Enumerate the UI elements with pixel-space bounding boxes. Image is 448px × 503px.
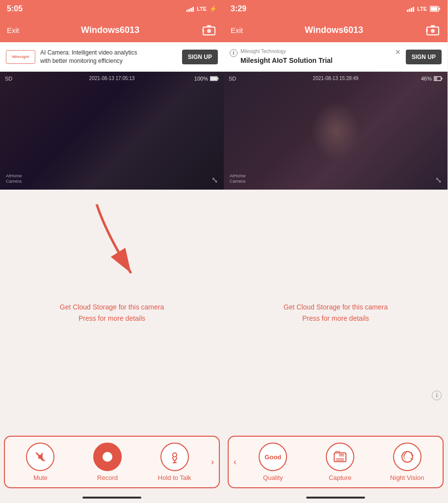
info-badge-icon[interactable]: ℹ xyxy=(432,391,442,400)
capture-button[interactable]: Capture xyxy=(308,443,373,481)
right-camera-logo: AtHome Camera xyxy=(230,173,246,185)
right-signal-icon xyxy=(407,6,414,12)
svg-rect-24 xyxy=(336,451,340,453)
toolbar-arrow-right[interactable]: › xyxy=(209,457,216,467)
right-main-content: Get Cloud Storage for this camera Press … xyxy=(224,190,448,436)
svg-rect-21 xyxy=(434,77,437,80)
right-lte-label: LTE xyxy=(417,6,427,12)
capture-label: Capture xyxy=(329,474,351,481)
left-bottom-toolbar: Mute Record Hold to Talk xyxy=(4,436,220,488)
left-home-bar xyxy=(0,492,224,503)
right-camera-timestamp: 2021-08-13 15:28:49 xyxy=(313,76,359,81)
svg-point-9 xyxy=(103,452,112,462)
left-camera-timestamp: 2021-08-13 17:05:13 xyxy=(89,76,135,81)
left-camera-feed: SD 2021-08-13 17:05:13 100% AtHome Camer… xyxy=(0,72,224,190)
left-ad-logo: Milesight xyxy=(6,50,35,64)
left-time: 5:05 xyxy=(7,4,23,13)
svg-rect-6 xyxy=(217,78,219,80)
svg-line-8 xyxy=(36,453,44,461)
left-ad-text: AI Camera: Intelligent video analytics w… xyxy=(40,49,177,65)
left-top-nav: Exit Windows6013 xyxy=(0,18,224,42)
right-expand-icon[interactable]: ⤡ xyxy=(435,175,442,185)
left-battery-icon: ⚡ xyxy=(210,5,217,12)
left-camera-logo: AtHome Camera xyxy=(6,173,22,185)
right-nav-camera-icon[interactable] xyxy=(425,22,441,38)
hold-to-talk-button[interactable]: Hold to Talk xyxy=(142,443,207,481)
left-signal-icon xyxy=(186,6,194,12)
hold-to-talk-label: Hold to Talk xyxy=(158,474,191,481)
svg-rect-18 xyxy=(431,25,435,27)
left-lte-label: LTE xyxy=(197,6,207,12)
svg-point-10 xyxy=(173,453,177,457)
quality-button[interactable]: Good Quality xyxy=(240,443,306,481)
left-exit-button[interactable]: Exit xyxy=(7,26,19,34)
left-status-icons: LTE ⚡ xyxy=(186,5,217,12)
record-button-circle[interactable] xyxy=(93,443,122,471)
right-home-bar-line xyxy=(306,497,365,499)
right-status-bar: 3:29 LTE xyxy=(224,0,448,18)
left-phone-panel: 5:05 LTE ⚡ Exit Windows6013 M xyxy=(0,0,224,503)
right-camera-battery: 46% xyxy=(421,76,443,82)
left-signup-button[interactable]: SIGN UP xyxy=(182,50,218,64)
right-ad-text: Milesight Technology Milesight AIoT Solu… xyxy=(240,48,390,66)
right-status-icons: LTE xyxy=(407,6,441,12)
left-main-content: Get Cloud Storage for this camera Press … xyxy=(0,190,224,436)
right-sd-label: SD xyxy=(229,76,236,82)
hold-to-talk-button-circle[interactable] xyxy=(160,443,189,471)
right-phone-panel: 3:29 LTE Exit Windows6013 xyxy=(224,0,448,503)
left-camera-battery: 100% xyxy=(194,76,219,82)
svg-rect-19 xyxy=(426,29,428,32)
left-expand-icon[interactable]: ⤡ xyxy=(211,175,218,185)
right-time: 3:29 xyxy=(231,4,246,13)
right-home-bar xyxy=(224,492,448,503)
quality-label: Quality xyxy=(263,474,283,481)
right-nav-title: Windows6013 xyxy=(305,25,363,35)
night-vision-button[interactable]: Night Vision xyxy=(374,443,440,481)
right-top-nav: Exit Windows6013 xyxy=(224,18,448,42)
left-nav-title: Windows6013 xyxy=(81,25,139,35)
right-battery-icon xyxy=(430,6,441,12)
right-ad-info-icon: ℹ xyxy=(230,49,237,57)
left-sd-label: SD xyxy=(5,76,12,82)
red-arrow-icon xyxy=(67,195,165,293)
night-vision-label: Night Vision xyxy=(390,474,424,481)
right-signup-button[interactable]: SIGN UP xyxy=(406,50,442,64)
right-bottom-toolbar: ‹ Good Quality Capture xyxy=(228,436,444,488)
svg-rect-3 xyxy=(202,29,204,32)
capture-button-circle[interactable] xyxy=(326,443,354,471)
toolbar-arrow-left[interactable]: ‹ xyxy=(232,457,238,467)
right-exit-button[interactable]: Exit xyxy=(231,26,243,34)
left-nav-camera-icon[interactable] xyxy=(201,22,217,38)
left-home-bar-line xyxy=(82,497,141,499)
svg-rect-5 xyxy=(211,77,217,80)
svg-rect-22 xyxy=(441,78,443,80)
mute-button[interactable]: Mute xyxy=(8,443,73,481)
record-label: Record xyxy=(97,474,118,481)
right-ad-close-button[interactable]: ✕ xyxy=(395,48,401,56)
night-vision-button-circle[interactable] xyxy=(393,443,422,471)
svg-point-1 xyxy=(207,29,211,33)
svg-rect-2 xyxy=(207,25,211,27)
right-ad-banner[interactable]: ℹ Milesight Technology Milesight AIoT So… xyxy=(224,42,448,72)
right-camera-feed: SD 2021-08-13 15:28:49 46% AtHome Camera… xyxy=(224,72,448,190)
mute-label: Mute xyxy=(33,474,48,481)
left-ad-banner[interactable]: Milesight AI Camera: Intelligent video a… xyxy=(0,42,224,72)
svg-rect-15 xyxy=(439,8,441,10)
quality-button-circle[interactable]: Good xyxy=(259,443,287,471)
record-button[interactable]: Record xyxy=(75,443,140,481)
mute-button-circle[interactable] xyxy=(26,443,54,471)
left-status-bar: 5:05 LTE ⚡ xyxy=(0,0,224,18)
svg-rect-14 xyxy=(431,7,438,11)
right-cloud-storage-text[interactable]: Get Cloud Storage for this camera Press … xyxy=(284,302,388,324)
left-cloud-storage-text[interactable]: Get Cloud Storage for this camera Press … xyxy=(60,302,164,324)
svg-point-17 xyxy=(431,29,435,33)
